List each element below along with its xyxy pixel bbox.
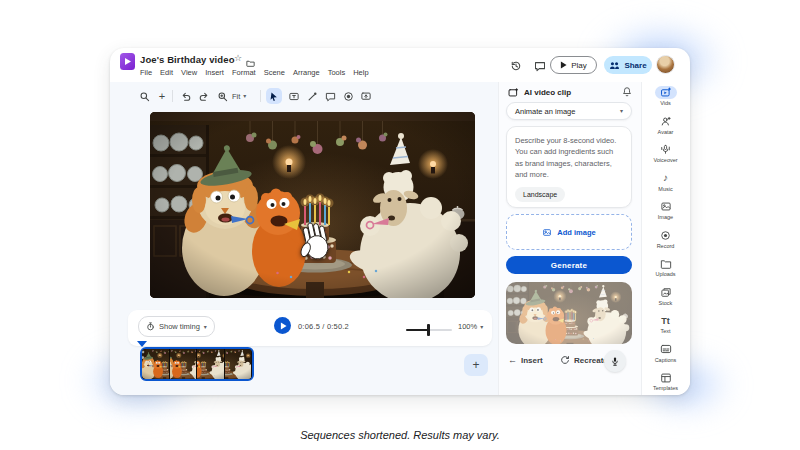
clip-frame <box>197 349 225 379</box>
menu-bar: File Edit View Insert Format Scene Arran… <box>140 68 369 77</box>
clip-frame <box>170 349 198 379</box>
redo-icon[interactable] <box>196 88 212 104</box>
timer-icon <box>146 322 155 331</box>
app-window: Joe's Birthday video ☆ File Edit View In… <box>110 48 690 395</box>
folder-icon <box>655 257 677 270</box>
comment-icon[interactable] <box>322 88 338 104</box>
add-icon[interactable]: + <box>154 88 170 104</box>
vids-icon <box>655 86 677 99</box>
sidebar-item-templates[interactable]: Templates <box>641 371 690 395</box>
webcam-record-icon[interactable] <box>340 88 356 104</box>
search-icon[interactable] <box>136 88 152 104</box>
menu-tools[interactable]: Tools <box>328 68 346 77</box>
sidebar-item-stock[interactable]: Stock <box>641 286 690 312</box>
menu-help[interactable]: Help <box>353 68 368 77</box>
show-timing-dropdown[interactable]: Show timing ▾ <box>138 316 215 337</box>
voiceover-icon <box>655 143 677 156</box>
mode-dropdown[interactable]: Animate an image ▾ <box>506 102 632 120</box>
menu-scene[interactable]: Scene <box>264 68 285 77</box>
mic-button[interactable] <box>604 350 626 372</box>
avatar-icon <box>655 115 677 128</box>
account-avatar[interactable] <box>656 55 675 74</box>
zoom-slider-fill <box>406 329 428 331</box>
aspect-ratio-chip[interactable]: Landscape <box>515 187 565 202</box>
document-title[interactable]: Joe's Birthday video <box>140 54 235 65</box>
music-icon: ♪ <box>655 172 677 185</box>
recreate-icon <box>560 355 570 365</box>
screen-share-icon[interactable] <box>358 88 374 104</box>
menu-view[interactable]: View <box>181 68 197 77</box>
text-icon: Tt <box>655 314 677 327</box>
laser-pointer-icon[interactable] <box>304 88 320 104</box>
play-button[interactable]: Play <box>550 56 597 74</box>
recreate-button[interactable]: Recreate <box>560 354 608 366</box>
menu-format[interactable]: Format <box>232 68 256 77</box>
clip-frame <box>225 349 253 379</box>
vids-logo <box>120 53 135 70</box>
sidebar-item-vids[interactable]: Vids <box>641 86 690 112</box>
sidebar-item-music[interactable]: ♪ Music <box>641 172 690 198</box>
bell-icon[interactable] <box>622 86 632 99</box>
stock-icon <box>655 286 677 299</box>
generated-preview[interactable] <box>506 282 632 344</box>
templates-icon <box>655 371 677 384</box>
chevron-down-icon: ▾ <box>480 324 483 330</box>
image-icon <box>655 200 677 213</box>
sidebar-item-text[interactable]: Tt Text <box>641 314 690 340</box>
chevron-down-icon: ▾ <box>243 93 246 99</box>
people-icon <box>609 61 620 70</box>
undo-icon[interactable] <box>178 88 194 104</box>
play-icon <box>560 61 567 69</box>
record-icon <box>655 229 677 242</box>
toolbar-divider <box>172 90 173 102</box>
text-box-icon[interactable] <box>286 88 302 104</box>
prompt-placeholder: Describe your 8-second video. You can ad… <box>515 135 623 180</box>
share-button[interactable]: Share <box>604 56 652 74</box>
sidebar-item-uploads[interactable]: Uploads <box>641 257 690 283</box>
version-history-icon[interactable] <box>510 58 522 76</box>
clip-frame <box>142 349 170 379</box>
timeline-clip[interactable] <box>140 347 254 381</box>
chevron-down-icon: ▾ <box>620 108 623 114</box>
ai-panel-header: AI video clip <box>508 86 632 98</box>
zoom-slider-handle[interactable] <box>427 324 430 336</box>
play-icon <box>280 322 287 330</box>
sidebar-item-record[interactable]: Record <box>641 229 690 255</box>
comment-history-icon[interactable] <box>534 58 546 76</box>
generate-button[interactable]: Generate <box>506 256 632 274</box>
mic-icon <box>610 356 620 367</box>
sidebar-item-voiceover[interactable]: Voiceover <box>641 143 690 169</box>
menu-file[interactable]: File <box>140 68 152 77</box>
select-tool-icon[interactable] <box>266 88 282 104</box>
sidebar-item-avatar[interactable]: Avatar <box>641 115 690 141</box>
sidebar-item-image[interactable]: Image <box>641 200 690 226</box>
add-scene-button[interactable]: + <box>464 354 488 376</box>
zoom-in-icon[interactable] <box>214 88 230 104</box>
menu-edit[interactable]: Edit <box>160 68 173 77</box>
insert-button[interactable]: ← Insert <box>508 354 543 366</box>
ai-clip-icon <box>508 87 519 98</box>
sidebar-item-captions[interactable]: Captions <box>641 343 690 369</box>
disclaimer-caption: Sequences shortened. Results may vary. <box>0 429 800 441</box>
chevron-down-icon: ▾ <box>204 324 207 330</box>
add-image-button[interactable]: Add image <box>506 214 632 250</box>
fit-dropdown[interactable]: Fit ▾ <box>232 88 246 104</box>
captions-icon <box>655 343 677 356</box>
menu-insert[interactable]: Insert <box>205 68 224 77</box>
timecode: 0:06.5 / 0:50.2 <box>298 322 349 331</box>
toolbar-divider <box>260 90 261 102</box>
arrow-left-icon: ← <box>508 355 517 365</box>
star-icon[interactable]: ☆ <box>234 53 242 63</box>
prompt-input[interactable]: Describe your 8-second video. You can ad… <box>506 126 632 208</box>
image-icon <box>542 228 552 237</box>
hand-cursor-icon <box>298 220 334 264</box>
timeline-play-button[interactable] <box>274 317 291 334</box>
menu-arrange[interactable]: Arrange <box>293 68 320 77</box>
video-canvas[interactable] <box>150 112 475 298</box>
zoom-level-dropdown[interactable]: 100% ▾ <box>458 322 483 331</box>
